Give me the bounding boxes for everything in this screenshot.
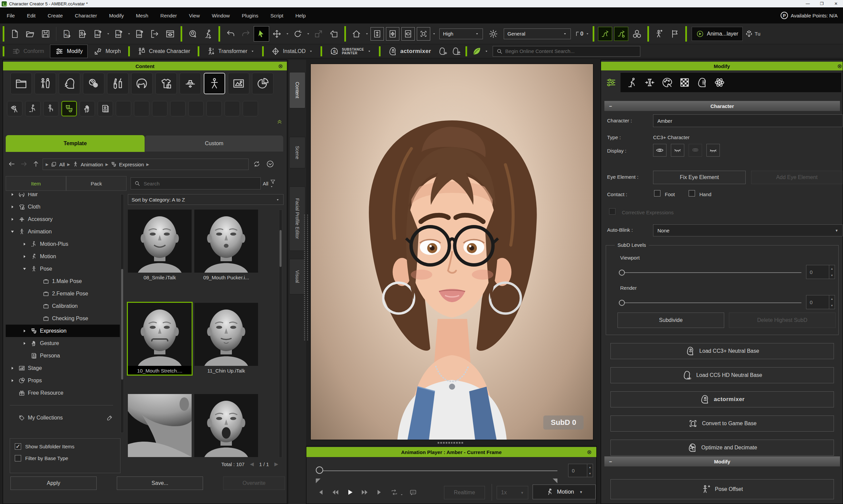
thumbnail-item[interactable]: 11_Chin Up.iTalk — [194, 303, 258, 375]
camera-frame-options[interactable] — [431, 26, 437, 41]
tree-expand-icon[interactable] — [9, 229, 16, 234]
load-cc3-neutral-base-button[interactable]: Load CC3+ Neutral Base — [611, 343, 834, 359]
breadcrumb[interactable]: ▶All▶Animation▶Expression▶ — [42, 159, 249, 170]
speed-select[interactable]: 1x▼ — [497, 486, 528, 499]
content-panel-close-icon[interactable]: ⊗ — [278, 62, 283, 70]
category-stage-button[interactable] — [228, 73, 249, 94]
rigid-body-physics-button[interactable] — [614, 27, 628, 41]
tree-item-expression[interactable]: Expression — [6, 325, 120, 337]
camera-view-options[interactable] — [585, 26, 590, 41]
menu-edit[interactable]: Edit — [21, 7, 41, 23]
category-project-button[interactable] — [11, 73, 32, 94]
morph-tab[interactable]: Morph — [89, 44, 125, 58]
tree-item-motion[interactable]: Motion — [6, 250, 120, 263]
render-subd-slider[interactable] — [621, 303, 802, 303]
tree-expand-icon[interactable] — [9, 366, 16, 371]
category-accessory-button[interactable] — [179, 73, 201, 94]
menu-script[interactable]: Script — [264, 7, 289, 23]
export-obj-button[interactable]: OBJ — [90, 26, 105, 41]
instalod-tab[interactable]: InstaLOD — [266, 44, 318, 58]
animation-layer[interactable]: Anima...layer — [692, 27, 742, 41]
frame-spinner[interactable]: 0 ▲▼ — [568, 464, 593, 477]
show-teeth-toggle[interactable] — [689, 144, 702, 157]
soft-cloth-physics-button[interactable] — [598, 27, 612, 41]
show-eyelashes-toggle[interactable] — [671, 144, 684, 157]
viewport-subd-slider[interactable] — [621, 272, 802, 273]
tree-expand-icon[interactable] — [9, 217, 16, 222]
back-arrow-icon[interactable] — [7, 159, 16, 169]
timeline-track[interactable] — [319, 470, 558, 471]
thumbnail-item[interactable] — [194, 394, 258, 457]
conform-tab[interactable]: Conform — [7, 44, 49, 58]
render-subd-spinner[interactable]: 0 ▲▼ — [806, 295, 835, 309]
move-tool-options[interactable] — [285, 26, 290, 41]
save-button[interactable]: Save... — [117, 476, 203, 490]
transformer-tab[interactable]: Transformer — [202, 44, 260, 58]
actormixer-button[interactable]: actormixer — [611, 391, 834, 408]
collision-tab[interactable] — [644, 77, 655, 88]
redo-button[interactable] — [238, 26, 254, 41]
export-fbx-button[interactable]: FBX — [111, 26, 126, 41]
search-scope[interactable]: All — [263, 179, 276, 188]
content-search[interactable] — [130, 177, 261, 190]
camera-frame-button[interactable] — [417, 27, 430, 40]
subcategory-motion-button[interactable] — [25, 101, 41, 116]
tree-item-2-female-pose[interactable]: 2.Female Pose — [6, 287, 120, 300]
tree-expand-icon[interactable] — [9, 193, 16, 197]
tab-pack[interactable]: Pack — [66, 176, 126, 191]
section-modify[interactable]: − Modify — [604, 456, 840, 466]
tree-expand-icon[interactable] — [21, 242, 28, 247]
menu-character[interactable]: Character — [69, 7, 103, 23]
camera-view-counter[interactable]: 0 — [575, 30, 583, 38]
physics-tab[interactable] — [714, 77, 725, 88]
category-skin-button[interactable] — [83, 73, 104, 94]
turntable[interactable]: Tu — [745, 30, 767, 38]
export-character-button[interactable] — [74, 26, 90, 41]
viewport-3d[interactable]: SubD 0 — [311, 64, 593, 440]
category-props-button[interactable] — [252, 73, 274, 94]
lighting-button[interactable] — [486, 26, 501, 41]
side-tab-content[interactable]: Content — [289, 72, 305, 108]
tree-item-hair[interactable]: Hair — [6, 193, 120, 200]
realtime-quality-select[interactable]: High — [439, 29, 483, 39]
convert-to-game-base-button[interactable]: Convert to Game Base — [611, 415, 834, 432]
tree-item-cloth[interactable]: Cloth — [6, 200, 120, 213]
category-pose-button[interactable] — [204, 73, 225, 94]
edit-collections-icon[interactable] — [106, 414, 113, 421]
content-search-input[interactable] — [143, 180, 257, 187]
range-start-marker[interactable] — [316, 479, 320, 483]
delete-highest-subd-button[interactable]: Delete Highest SubD — [729, 312, 836, 328]
menu-mesh[interactable]: Mesh — [130, 7, 154, 23]
menu-view[interactable]: View — [183, 7, 206, 23]
camera-pan-button[interactable] — [386, 27, 399, 40]
tree-item-1-male-pose[interactable]: 1.Male Pose — [6, 275, 120, 287]
category-head-button[interactable] — [59, 73, 80, 94]
menu-file[interactable]: File — [1, 7, 21, 23]
menu-render[interactable]: Render — [154, 7, 183, 23]
breadcrumb-item-expression[interactable]: Expression — [119, 162, 144, 167]
open-project-button[interactable] — [22, 26, 38, 41]
corrective-expressions-checkbox[interactable] — [609, 208, 615, 215]
undo-button[interactable] — [223, 26, 238, 41]
import-ic-button[interactable]: IC — [59, 26, 74, 41]
comment-button[interactable] — [406, 485, 421, 499]
character-scale-button[interactable] — [652, 26, 667, 41]
select-tool-button[interactable] — [254, 26, 269, 41]
realtime-button[interactable]: Realtime — [444, 486, 485, 499]
overwrite-button[interactable]: Overwrite — [223, 476, 285, 490]
new-project-button[interactable] — [7, 26, 22, 41]
maximize-button[interactable]: ❐ — [815, 0, 829, 7]
motion-test-button[interactable] — [200, 26, 216, 41]
first-frame-button[interactable] — [313, 485, 328, 499]
minimize-button[interactable]: — — [801, 0, 815, 7]
menu-create[interactable]: Create — [41, 7, 69, 23]
fix-eye-element-button[interactable]: Fix Eye Element — [653, 171, 746, 184]
adjust-tab[interactable] — [604, 74, 618, 91]
load-cc5-hd-neutral-base-button[interactable]: HDLoad CC5 HD Neutral Base — [611, 367, 834, 383]
modify-tab[interactable]: Modify — [50, 44, 88, 58]
thumbnail-item[interactable] — [128, 394, 192, 457]
tree-item-accessory[interactable]: Accessory — [6, 213, 120, 226]
sync-3d-view-button[interactable] — [185, 26, 200, 41]
tree-item-stage[interactable]: Stage — [6, 362, 120, 374]
tree-item-animation[interactable]: Animation — [6, 226, 120, 238]
